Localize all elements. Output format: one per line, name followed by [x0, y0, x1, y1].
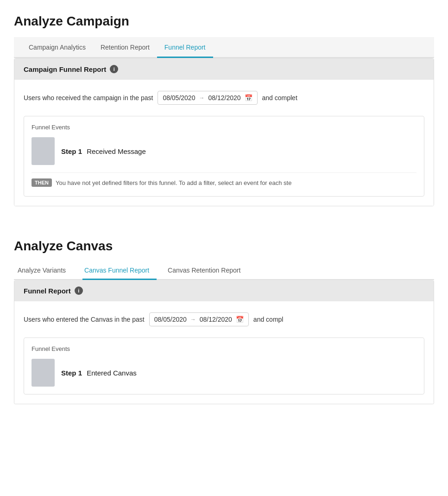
campaign-filter-hint-text: You have not yet defined filters for thi… — [56, 179, 292, 186]
campaign-date-arrow: → — [199, 95, 204, 101]
campaign-date-suffix: and complet — [262, 94, 297, 102]
campaign-step-1-label: Step 1 Received Message — [61, 147, 146, 155]
campaign-funnel-events-container: Funnel Events Step 1 Received Message TH… — [24, 116, 424, 197]
campaign-funnel-report-title: Campaign Funnel Report — [24, 65, 106, 73]
canvas-funnel-events-container: Funnel Events Step 1 Entered Canvas — [24, 337, 424, 394]
campaign-funnel-report-card: Campaign Funnel Report i Users who recei… — [14, 58, 434, 206]
canvas-date-filter-row: Users who entered the Canvas in the past… — [24, 312, 424, 326]
campaign-date-end: 08/12/2020 — [208, 94, 240, 102]
analyze-campaign-title: Analyze Campaign — [14, 14, 434, 29]
canvas-funnel-report-body: Users who entered the Canvas in the past… — [14, 301, 434, 404]
canvas-date-suffix: and compl — [253, 316, 284, 323]
canvas-date-end: 08/12/2020 — [200, 316, 232, 323]
campaign-funnel-info-icon[interactable]: i — [110, 65, 118, 73]
canvas-tabs-bar: Analyze Variants Canvas Funnel Report Ca… — [14, 262, 434, 280]
tab-retention-report[interactable]: Retention Report — [93, 37, 157, 58]
canvas-step-1-bar — [32, 359, 55, 387]
tab-campaign-analytics[interactable]: Campaign Analytics — [21, 37, 93, 58]
campaign-funnel-report-header: Campaign Funnel Report i — [14, 58, 434, 80]
canvas-funnel-report-header: Funnel Report i — [14, 280, 434, 301]
canvas-funnel-events-label: Funnel Events — [32, 345, 416, 352]
tab-funnel-report[interactable]: Funnel Report — [157, 37, 213, 58]
canvas-step-1-label: Step 1 Entered Canvas — [61, 369, 137, 377]
campaign-tabs-bar: Campaign Analytics Retention Report Funn… — [14, 37, 434, 58]
campaign-date-start: 08/05/2020 — [163, 94, 195, 102]
campaign-step-1-event: Received Message — [87, 147, 146, 155]
canvas-funnel-step-1-row: Step 1 Entered Canvas — [32, 359, 416, 387]
canvas-funnel-report-title: Funnel Report — [24, 287, 71, 295]
campaign-funnel-report-body: Users who received the campaign in the p… — [14, 80, 434, 206]
tab-canvas-retention-report[interactable]: Canvas Retention Report — [166, 262, 248, 280]
campaign-date-range-picker[interactable]: 08/05/2020 → 08/12/2020 📅 — [158, 91, 257, 105]
canvas-funnel-info-icon[interactable]: i — [75, 286, 83, 295]
campaign-step-1-bar — [32, 137, 55, 165]
analyze-canvas-title: Analyze Canvas — [14, 239, 434, 254]
canvas-date-start: 08/05/2020 — [154, 316, 187, 323]
tab-canvas-funnel-report[interactable]: Canvas Funnel Report — [82, 262, 157, 280]
canvas-step-1-event: Entered Canvas — [87, 369, 137, 377]
canvas-date-filter-prefix: Users who entered the Canvas in the past — [24, 316, 145, 323]
campaign-then-badge: THEN — [32, 178, 52, 187]
canvas-funnel-report-card: Funnel Report i Users who entered the Ca… — [14, 280, 434, 404]
campaign-funnel-events-label: Funnel Events — [32, 124, 416, 131]
campaign-calendar-icon: 📅 — [245, 94, 252, 102]
campaign-step-1-number: Step 1 — [61, 147, 82, 155]
canvas-date-range-picker[interactable]: 08/05/2020 → 08/12/2020 📅 — [149, 312, 249, 326]
campaign-filter-hint-row: THEN You have not yet defined filters fo… — [32, 172, 416, 189]
canvas-date-arrow: → — [190, 316, 196, 323]
tab-analyze-variants[interactable]: Analyze Variants — [16, 262, 73, 280]
campaign-funnel-step-1-row: Step 1 Received Message — [32, 137, 416, 165]
campaign-date-filter-row: Users who received the campaign in the p… — [24, 91, 424, 105]
canvas-calendar-icon: 📅 — [236, 316, 244, 323]
campaign-date-filter-prefix: Users who received the campaign in the p… — [24, 94, 153, 102]
canvas-step-1-number: Step 1 — [61, 369, 82, 377]
